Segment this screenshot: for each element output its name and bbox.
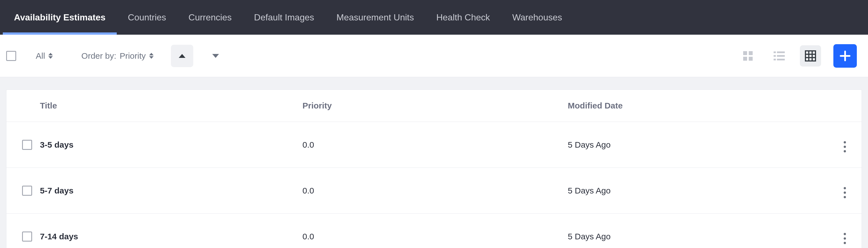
data-table-card: Title Priority Modified Date 3-5 days 0.… [6,89,862,248]
svg-rect-7 [777,55,785,57]
list-view-button[interactable] [769,45,790,66]
management-toolbar: All Order by: Priority [0,35,868,77]
grid-icon [742,50,753,61]
tab-label: Default Images [254,12,314,23]
tab-health-check[interactable]: Health Check [425,0,501,35]
tab-warehouses[interactable]: Warehouses [501,0,573,35]
row-actions-menu[interactable] [838,186,851,199]
select-all-checkbox[interactable] [6,51,16,61]
table-row[interactable]: 5-7 days 0.0 5 Days Ago [6,168,862,214]
svg-rect-9 [777,59,785,60]
sort-descending-button[interactable] [205,45,227,67]
table-row[interactable]: 3-5 days 0.0 5 Days Ago [6,122,862,168]
caret-up-icon [179,54,185,58]
add-button[interactable] [833,44,857,68]
tab-label: Measurement Units [337,12,414,23]
cell-priority: 0.0 [303,168,568,214]
list-icon [773,50,785,61]
order-prefix: Order by: [81,51,116,61]
sort-ascending-button[interactable] [171,45,193,67]
order-field: Priority [120,51,146,61]
caret-down-icon [212,54,219,58]
order-by-dropdown[interactable]: Order by: Priority [75,48,159,64]
tab-default-images[interactable]: Default Images [243,0,326,35]
row-select-checkbox[interactable] [22,186,32,196]
tab-label: Health Check [436,12,490,23]
row-select-checkbox[interactable] [22,231,32,242]
filter-label: All [36,51,45,61]
svg-rect-2 [743,57,747,61]
svg-rect-0 [743,51,747,55]
sort-caret-icon [149,53,154,59]
column-header-priority[interactable]: Priority [303,90,568,122]
cell-priority: 0.0 [303,214,568,248]
filter-dropdown[interactable]: All [30,48,59,64]
cell-priority: 0.0 [303,122,568,168]
cell-modified: 5 Days Ago [568,122,828,168]
svg-rect-10 [805,51,815,61]
svg-rect-4 [774,51,776,53]
svg-rect-1 [749,51,753,55]
plus-icon [839,50,851,62]
cell-modified: 5 Days Ago [568,168,828,214]
tab-availability-estimates[interactable]: Availability Estimates [3,0,117,35]
cell-title: 7-14 days [40,214,303,248]
column-header-title[interactable]: Title [40,90,303,122]
cell-title: 5-7 days [40,168,303,214]
svg-rect-3 [749,57,753,61]
svg-rect-5 [777,51,785,53]
cards-view-button[interactable] [737,45,758,66]
svg-rect-6 [774,55,776,57]
svg-rect-8 [774,59,776,60]
tab-label: Countries [128,12,166,23]
row-actions-menu[interactable] [838,140,851,154]
sort-caret-icon [48,53,53,59]
row-select-checkbox[interactable] [22,140,32,150]
content-area: Title Priority Modified Date 3-5 days 0.… [0,77,868,248]
table-row[interactable]: 7-14 days 0.0 5 Days Ago [6,214,862,248]
tab-measurement-units[interactable]: Measurement Units [326,0,425,35]
cell-modified: 5 Days Ago [568,214,828,248]
navbar: Availability Estimates Countries Currenc… [0,0,868,35]
column-header-modified[interactable]: Modified Date [568,90,828,122]
tab-label: Currencies [188,12,232,23]
table-header-row: Title Priority Modified Date [6,90,862,122]
tab-label: Warehouses [512,12,562,23]
cell-title: 3-5 days [40,122,303,168]
table-view-button[interactable] [800,45,821,66]
tab-countries[interactable]: Countries [117,0,177,35]
row-actions-menu[interactable] [838,232,851,245]
data-table: Title Priority Modified Date 3-5 days 0.… [6,90,862,248]
tab-label: Availability Estimates [14,12,105,23]
tab-currencies[interactable]: Currencies [177,0,243,35]
table-icon [805,50,816,62]
